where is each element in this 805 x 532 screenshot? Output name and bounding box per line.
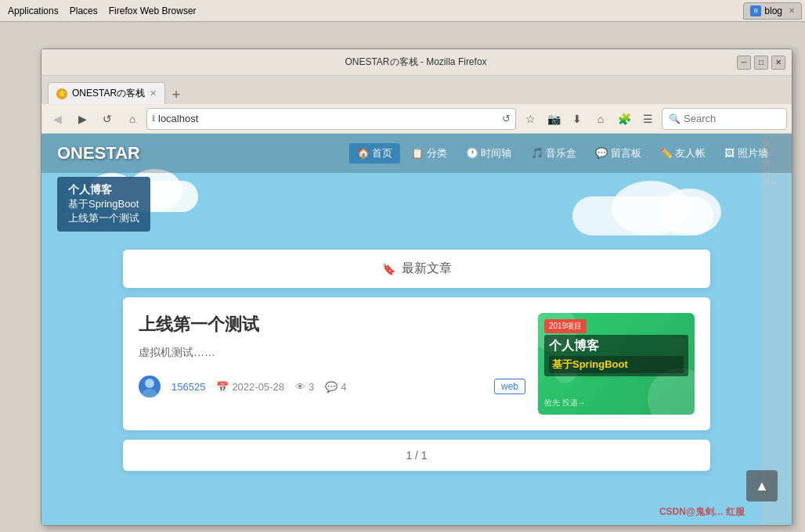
browser-content: ONESTAR 🏠 首页 📋 分类 🕐 时间轴 🎵 音乐盒 💬 留言板 ✏️ 友… bbox=[42, 134, 792, 525]
minimize-button[interactable]: ─ bbox=[737, 56, 751, 70]
window-controls: ─ □ ✕ bbox=[737, 56, 785, 70]
places-menu[interactable]: Places bbox=[65, 4, 103, 18]
window-title: ONESTARの客栈 - Mozilla Firefox bbox=[95, 56, 737, 69]
thumb-title-cn: 个人博客 bbox=[549, 338, 684, 354]
thumb-badge: 2019项目 bbox=[544, 319, 587, 333]
search-icon: 🔍 bbox=[669, 113, 680, 124]
scroll-top-button[interactable]: ▲ bbox=[746, 470, 778, 501]
thumb-bottom: 抢先 投递→ bbox=[544, 397, 688, 408]
nav-right-icons: ☆ 📷 ⬇ ⌂ 🧩 ☰ bbox=[519, 108, 659, 130]
firefox-window: ONESTARの客栈 - Mozilla Firefox ─ □ ✕ ⭐ ONE… bbox=[41, 49, 792, 526]
svg-point-0 bbox=[145, 379, 154, 388]
bookmark-icon: 🔖 bbox=[382, 263, 395, 275]
menu-button[interactable]: ☰ bbox=[637, 108, 659, 130]
close-button[interactable]: ✕ bbox=[771, 56, 785, 70]
url-bar[interactable]: ℹ ↺ bbox=[146, 108, 516, 130]
post-date: 📅 2022-05-28 bbox=[216, 381, 284, 393]
screenshot-button[interactable]: 📷 bbox=[543, 108, 565, 130]
watermark: CSDN@鬼剑… 红服 bbox=[659, 505, 745, 519]
promo-line3: 上线第一个测试 bbox=[68, 211, 139, 225]
pagination: 1 / 1 bbox=[123, 440, 710, 471]
thumb-subtitle: 基于SpringBoot bbox=[549, 356, 684, 373]
url-input[interactable] bbox=[158, 113, 499, 124]
navigation-bar: ◀ ▶ ↺ ⌂ ℹ ↺ ☆ 📷 ⬇ ⌂ 🧩 ☰ 🔍 bbox=[42, 104, 792, 134]
home-nav-button[interactable]: ⌂ bbox=[590, 108, 612, 130]
post-author[interactable]: 156525 bbox=[171, 381, 205, 393]
url-refresh-icon[interactable]: ↺ bbox=[502, 113, 511, 124]
svg-point-1 bbox=[142, 389, 157, 397]
section-header: 🔖 最新文章 bbox=[123, 250, 710, 288]
post-title: 上线第一个测试 bbox=[139, 313, 525, 336]
post-tag[interactable]: web bbox=[494, 379, 525, 394]
home-button[interactable]: ⌂ bbox=[121, 108, 143, 130]
site-header: ONESTAR 🏠 首页 📋 分类 🕐 时间轴 🎵 音乐盒 💬 留言板 ✏️ 友… bbox=[42, 134, 792, 173]
extension-button[interactable]: 🧩 bbox=[613, 108, 635, 130]
title-bar: ONESTARの客栈 - Mozilla Firefox ─ □ ✕ bbox=[42, 49, 792, 76]
nav-item-gallery[interactable]: 🖼 照片墙 bbox=[717, 143, 776, 164]
nav-item-category[interactable]: 📋 分类 bbox=[403, 143, 455, 164]
post-meta: 156525 📅 2022-05-28 👁 3 💬 4 web bbox=[139, 376, 525, 397]
tab-favicon: B bbox=[750, 5, 761, 16]
thumb-cta[interactable]: 抢先 投递→ bbox=[544, 397, 586, 408]
browser-tab-main[interactable]: ⭐ ONESTARの客栈 ✕ bbox=[48, 82, 165, 104]
new-tab-button[interactable]: + bbox=[167, 85, 186, 104]
taskbar-tab-blog[interactable]: B blog ✕ bbox=[743, 2, 802, 20]
taskbar-tab-label: blog bbox=[764, 5, 782, 16]
promo-line2: 基于SpringBoot bbox=[68, 197, 139, 211]
nav-item-home[interactable]: 🏠 首页 bbox=[349, 143, 401, 164]
main-content: 🔖 最新文章 上线第一个测试 虚拟机测试…… 1565 bbox=[123, 250, 710, 471]
post-avatar bbox=[139, 376, 161, 397]
taskbar-tab-close[interactable]: ✕ bbox=[789, 6, 795, 15]
promo-line1: 个人博客 bbox=[68, 183, 139, 197]
thumb-title-box: 个人博客 基于SpringBoot bbox=[544, 335, 688, 376]
tab-close-icon[interactable]: ✕ bbox=[150, 88, 157, 99]
site-nav: 🏠 首页 📋 分类 🕐 时间轴 🎵 音乐盒 💬 留言板 ✏️ 友人帐 🖼 照片墙 bbox=[349, 143, 776, 164]
back-button[interactable]: ◀ bbox=[46, 108, 68, 130]
scroll-up-icon: ▲ bbox=[755, 478, 769, 494]
post-excerpt: 虚拟机测试…… bbox=[139, 346, 525, 360]
nav-item-guestbook[interactable]: 💬 留言板 bbox=[587, 143, 649, 164]
firefox-menu[interactable]: Firefox Web Browser bbox=[104, 4, 201, 18]
download-button[interactable]: ⬇ bbox=[566, 108, 588, 130]
nav-item-music[interactable]: 🎵 音乐盒 bbox=[523, 143, 585, 164]
search-input[interactable] bbox=[684, 113, 762, 124]
system-menu: Applications Places Firefox Web Browser bbox=[3, 4, 201, 18]
post-card[interactable]: 上线第一个测试 虚拟机测试…… 156525 📅 2022-05-28 bbox=[123, 297, 710, 430]
post-views: 👁 3 bbox=[295, 381, 314, 393]
info-icon: ℹ bbox=[152, 113, 155, 124]
nav-item-timeline[interactable]: 🕐 时间轴 bbox=[458, 143, 520, 164]
tab-label: ONESTARの客栈 bbox=[72, 87, 145, 100]
nav-item-friends[interactable]: ✏️ 友人帐 bbox=[652, 143, 714, 164]
bookmark-button[interactable]: ☆ bbox=[519, 108, 541, 130]
restore-button[interactable]: □ bbox=[754, 56, 768, 70]
post-comments: 💬 4 bbox=[325, 381, 346, 393]
applications-menu[interactable]: Applications bbox=[3, 4, 63, 18]
site-logo: ONESTAR bbox=[57, 143, 140, 164]
pagination-text: 1 / 1 bbox=[406, 449, 427, 462]
sidebar-ghost: bl... (9... (9... (9... (9... bbox=[760, 134, 792, 525]
promo-card: 个人博客 基于SpringBoot 上线第一个测试 bbox=[57, 177, 150, 232]
post-thumbnail: 2019项目 个人博客 基于SpringBoot 抢先 投递→ bbox=[538, 313, 695, 415]
tab-bar: ⭐ ONESTARの客栈 ✕ + bbox=[42, 76, 792, 104]
refresh-button[interactable]: ↺ bbox=[96, 108, 118, 130]
system-taskbar: Applications Places Firefox Web Browser … bbox=[0, 0, 805, 22]
forward-button[interactable]: ▶ bbox=[71, 108, 93, 130]
section-header-label: 最新文章 bbox=[402, 261, 452, 277]
tab-favicon-icon: ⭐ bbox=[56, 88, 67, 99]
search-bar[interactable]: 🔍 bbox=[662, 108, 787, 130]
post-content: 上线第一个测试 虚拟机测试…… 156525 📅 2022-05-28 bbox=[139, 313, 525, 415]
